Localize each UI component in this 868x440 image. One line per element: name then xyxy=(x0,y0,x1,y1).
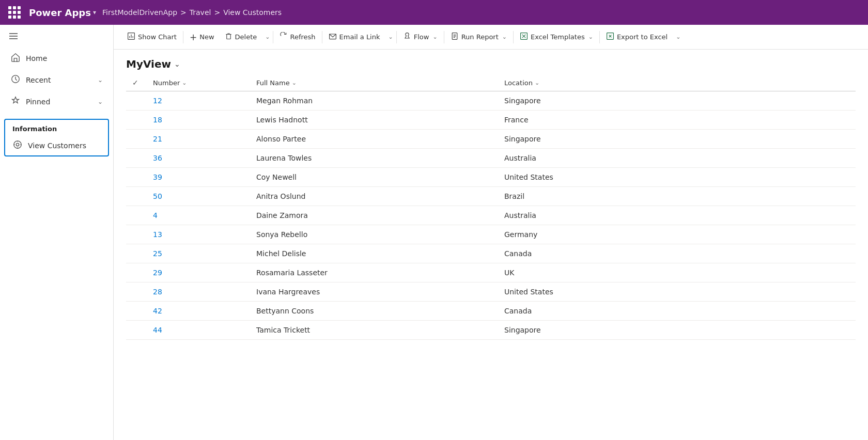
row-fullname-3[interactable]: Laurena Towles xyxy=(250,149,498,168)
delete-button[interactable]: Delete xyxy=(220,28,262,46)
customers-table: ✓ Number ⌄ Full Name ⌄ xyxy=(126,74,856,340)
new-label: New xyxy=(199,33,214,41)
table-row: 28 Ivana Hargreaves United States xyxy=(126,282,856,302)
row-fullname-9[interactable]: Rosamaria Lasseter xyxy=(250,263,498,282)
row-fullname-12[interactable]: Tamica Trickett xyxy=(250,321,498,340)
flow-icon xyxy=(403,32,411,42)
main-layout: Home Recent ⌄ Pinned ⌄ Information xyxy=(0,25,868,440)
table-row: 12 Megan Rohman Singapore xyxy=(126,91,856,111)
row-checkbox-2[interactable] xyxy=(126,130,147,149)
sidebar-toggle-button[interactable] xyxy=(0,25,113,48)
email-dropdown-button[interactable]: ⌄ xyxy=(385,28,395,46)
app-grid-icon[interactable] xyxy=(6,4,23,21)
run-report-button[interactable]: Run Report ⌄ xyxy=(445,28,512,46)
row-checkbox-7[interactable] xyxy=(126,225,147,244)
show-chart-button[interactable]: Show Chart xyxy=(122,28,182,46)
sidebar-item-pinned[interactable]: Pinned ⌄ xyxy=(0,91,113,113)
row-number-12[interactable]: 44 xyxy=(147,321,250,340)
row-fullname-11[interactable]: Bettyann Coons xyxy=(250,302,498,321)
row-number-0[interactable]: 12 xyxy=(147,91,250,111)
breadcrumb-separator2: > xyxy=(214,8,220,17)
row-location-3: Australia xyxy=(498,149,856,168)
sidebar: Home Recent ⌄ Pinned ⌄ Information xyxy=(0,25,114,440)
row-number-9[interactable]: 29 xyxy=(147,263,250,282)
row-number-8[interactable]: 25 xyxy=(147,244,250,263)
excel-templates-icon xyxy=(520,32,528,42)
delete-label: Delete xyxy=(235,33,257,41)
row-number-6[interactable]: 4 xyxy=(147,206,250,225)
table-row: 21 Alonso Partee Singapore xyxy=(126,130,856,149)
table-row: 39 Coy Newell United States xyxy=(126,168,856,187)
row-fullname-4[interactable]: Coy Newell xyxy=(250,168,498,187)
row-number-2[interactable]: 21 xyxy=(147,130,250,149)
row-checkbox-9[interactable] xyxy=(126,263,147,282)
col-header-location[interactable]: Location ⌄ xyxy=(498,74,856,91)
email-link-label: Email a Link xyxy=(339,33,380,41)
row-checkbox-1[interactable] xyxy=(126,111,147,130)
new-button[interactable]: + New xyxy=(184,28,220,46)
col-header-check[interactable]: ✓ xyxy=(126,74,147,91)
row-checkbox-11[interactable] xyxy=(126,302,147,321)
row-location-7: Germany xyxy=(498,225,856,244)
sidebar-item-home[interactable]: Home xyxy=(0,48,113,69)
row-number-5[interactable]: 50 xyxy=(147,187,250,206)
row-number-11[interactable]: 42 xyxy=(147,302,250,321)
row-fullname-1[interactable]: Lewis Hadnott xyxy=(250,111,498,130)
row-checkbox-5[interactable] xyxy=(126,187,147,206)
row-number-10[interactable]: 28 xyxy=(147,282,250,302)
row-fullname-10[interactable]: Ivana Hargreaves xyxy=(250,282,498,302)
toolbar-sep-7 xyxy=(599,31,600,43)
col-header-number[interactable]: Number ⌄ xyxy=(147,74,250,91)
table-row: 36 Laurena Towles Australia xyxy=(126,149,856,168)
view-title: MyView xyxy=(126,58,171,70)
row-location-11: Canada xyxy=(498,302,856,321)
col-header-fullname[interactable]: Full Name ⌄ xyxy=(250,74,498,91)
export-excel-button[interactable]: Export to Excel xyxy=(601,28,673,46)
export-dropdown-button[interactable]: ⌄ xyxy=(673,28,683,46)
toolbar-sep-4 xyxy=(396,31,397,43)
row-fullname-5[interactable]: Anitra Oslund xyxy=(250,187,498,206)
row-number-3[interactable]: 36 xyxy=(147,149,250,168)
row-location-8: Canada xyxy=(498,244,856,263)
sidebar-item-recent[interactable]: Recent ⌄ xyxy=(0,69,113,91)
row-checkbox-6[interactable] xyxy=(126,206,147,225)
breadcrumb-separator: > xyxy=(180,8,187,17)
data-table-wrapper: ✓ Number ⌄ Full Name ⌄ xyxy=(114,74,868,440)
email-link-button[interactable]: Email a Link xyxy=(323,28,385,46)
row-fullname-7[interactable]: Sonya Rebello xyxy=(250,225,498,244)
row-fullname-2[interactable]: Alonso Partee xyxy=(250,130,498,149)
row-location-9: UK xyxy=(498,263,856,282)
flow-button[interactable]: > Flow ⌄ xyxy=(398,28,443,46)
row-fullname-6[interactable]: Daine Zamora xyxy=(250,206,498,225)
row-checkbox-3[interactable] xyxy=(126,149,147,168)
row-fullname-8[interactable]: Michel Delisle xyxy=(250,244,498,263)
row-number-4[interactable]: 39 xyxy=(147,168,250,187)
refresh-button[interactable]: Refresh xyxy=(274,28,320,46)
row-location-5: Brazil xyxy=(498,187,856,206)
breadcrumb-section[interactable]: Travel xyxy=(190,8,211,17)
flow-text-label: Flow xyxy=(414,33,429,41)
new-icon: + xyxy=(190,32,197,42)
show-chart-icon xyxy=(127,32,135,42)
row-checkbox-8[interactable] xyxy=(126,244,147,263)
svg-point-4 xyxy=(16,143,19,146)
row-fullname-0[interactable]: Megan Rohman xyxy=(250,91,498,111)
excel-templates-button[interactable]: Excel Templates ⌄ xyxy=(515,28,598,46)
row-checkbox-12[interactable] xyxy=(126,321,147,340)
run-report-label: Run Report xyxy=(461,33,499,41)
pinned-chevron-icon: ⌄ xyxy=(98,98,103,105)
delete-dropdown-button[interactable]: ⌄ xyxy=(262,28,272,46)
row-number-1[interactable]: 18 xyxy=(147,111,250,130)
table-row: 13 Sonya Rebello Germany xyxy=(126,225,856,244)
breadcrumb-app-title[interactable]: FirstModelDrivenApp xyxy=(102,8,177,17)
row-checkbox-0[interactable] xyxy=(126,91,147,111)
toolbar-sep-3 xyxy=(322,31,322,43)
view-title-chevron-icon[interactable]: ⌄ xyxy=(174,60,180,68)
sidebar-item-view-customers[interactable]: View Customers xyxy=(5,136,108,155)
app-name[interactable]: Power Apps ▾ xyxy=(29,7,96,18)
row-checkbox-4[interactable] xyxy=(126,168,147,187)
row-checkbox-10[interactable] xyxy=(126,282,147,302)
sidebar-section-title: Information xyxy=(5,120,108,136)
row-number-7[interactable]: 13 xyxy=(147,225,250,244)
home-icon xyxy=(10,53,21,64)
